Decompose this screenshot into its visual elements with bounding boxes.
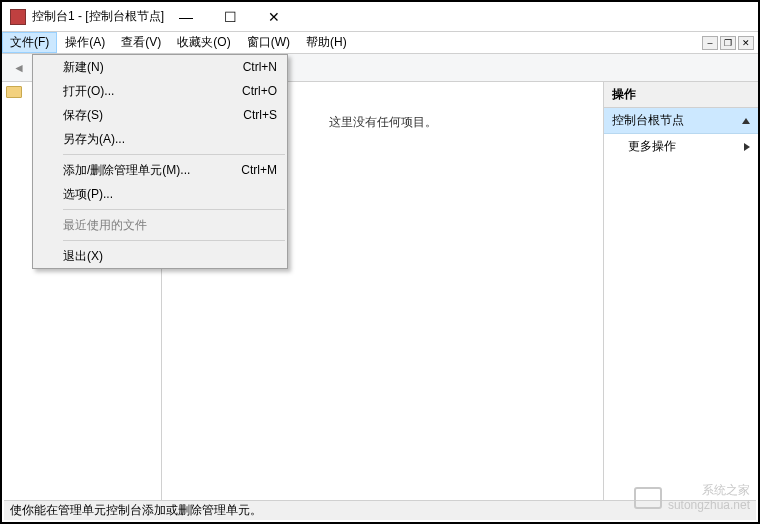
shortcut: Ctrl+N [243, 60, 277, 74]
app-icon [10, 9, 26, 25]
empty-message: 这里没有任何项目。 [329, 114, 437, 131]
maximize-button[interactable]: ☐ [208, 3, 252, 31]
collapse-icon [742, 118, 750, 124]
menu-options[interactable]: 选项(P)... [33, 182, 287, 206]
menu-saveas[interactable]: 另存为(A)... [33, 127, 287, 151]
menu-exit[interactable]: 退出(X) [33, 244, 287, 268]
menu-add-remove-snapin[interactable]: 添加/删除管理单元(M)... Ctrl+M [33, 158, 287, 182]
menu-file[interactable]: 文件(F) [2, 32, 57, 53]
actions-header: 操作 [604, 82, 758, 108]
menu-separator [63, 209, 285, 210]
statusbar-text: 使你能在管理单元控制台添加或删除管理单元。 [10, 502, 262, 519]
folder-icon [6, 86, 22, 98]
actions-section-label: 控制台根节点 [612, 112, 684, 129]
actions-pane: 操作 控制台根节点 更多操作 [603, 82, 758, 502]
shortcut: Ctrl+M [241, 163, 277, 177]
menubar: 文件(F) 操作(A) 查看(V) 收藏夹(O) 窗口(W) 帮助(H) – ❐… [2, 32, 758, 54]
menu-new[interactable]: 新建(N) Ctrl+N [33, 55, 287, 79]
menu-favorites[interactable]: 收藏夹(O) [169, 32, 238, 53]
menu-separator [63, 154, 285, 155]
menu-help[interactable]: 帮助(H) [298, 32, 355, 53]
menu-recent: 最近使用的文件 [33, 213, 287, 237]
mdi-minimize-button[interactable]: – [702, 36, 718, 50]
window-titlebar: 控制台1 - [控制台根节点] — ☐ ✕ [2, 2, 758, 32]
minimize-button[interactable]: — [164, 3, 208, 31]
back-button[interactable]: ◄ [8, 57, 30, 79]
close-button[interactable]: ✕ [252, 3, 296, 31]
menu-save[interactable]: 保存(S) Ctrl+S [33, 103, 287, 127]
shortcut: Ctrl+S [243, 108, 277, 122]
menu-window[interactable]: 窗口(W) [239, 32, 298, 53]
menu-action[interactable]: 操作(A) [57, 32, 113, 53]
menu-view[interactable]: 查看(V) [113, 32, 169, 53]
mdi-controls: – ❐ ✕ [702, 32, 758, 53]
actions-more-label: 更多操作 [628, 138, 676, 155]
actions-section[interactable]: 控制台根节点 [604, 108, 758, 134]
window-title: 控制台1 - [控制台根节点] [32, 8, 164, 25]
actions-more[interactable]: 更多操作 [604, 134, 758, 159]
mdi-restore-button[interactable]: ❐ [720, 36, 736, 50]
mdi-close-button[interactable]: ✕ [738, 36, 754, 50]
window-controls: — ☐ ✕ [164, 3, 296, 31]
shortcut: Ctrl+O [242, 84, 277, 98]
submenu-icon [744, 143, 750, 151]
menu-separator [63, 240, 285, 241]
statusbar: 使你能在管理单元控制台添加或删除管理单元。 [4, 500, 756, 520]
file-dropdown: 新建(N) Ctrl+N 打开(O)... Ctrl+O 保存(S) Ctrl+… [32, 54, 288, 269]
menu-open[interactable]: 打开(O)... Ctrl+O [33, 79, 287, 103]
